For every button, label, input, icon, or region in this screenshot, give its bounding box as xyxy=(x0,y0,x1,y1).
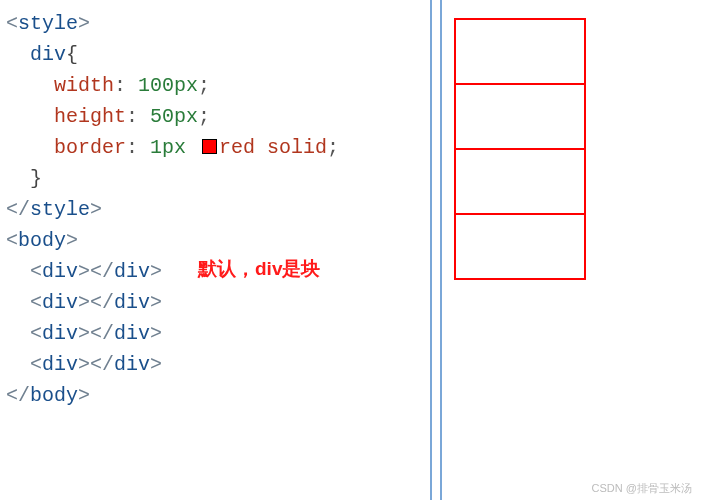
code-line-7: </style> xyxy=(6,194,424,225)
code-line-5: border: 1px red solid; xyxy=(6,132,424,163)
code-line-8: <body> xyxy=(6,225,424,256)
code-line-1: <style> xyxy=(6,8,424,39)
code-line-11: <div></div> xyxy=(6,318,424,349)
code-line-10: <div></div> xyxy=(6,287,424,318)
watermark: CSDN @排骨玉米汤 xyxy=(592,481,692,496)
code-line-6: } xyxy=(6,163,424,194)
code-panel: <style> div{ width: 100px; height: 50px;… xyxy=(0,0,430,500)
render-box xyxy=(454,18,586,85)
render-box xyxy=(454,148,586,215)
render-box xyxy=(454,213,586,280)
render-stack xyxy=(454,18,702,280)
code-line-3: width: 100px; xyxy=(6,70,424,101)
code-line-13: </body> xyxy=(6,380,424,411)
code-line-2: div{ xyxy=(6,39,424,70)
annotation-text: 默认，div是块 xyxy=(198,256,320,282)
code-line-12: <div></div> xyxy=(6,349,424,380)
render-box xyxy=(454,83,586,150)
figure-container: <style> div{ width: 100px; height: 50px;… xyxy=(0,0,702,500)
code-line-4: height: 50px; xyxy=(6,101,424,132)
color-swatch-icon xyxy=(202,139,217,154)
render-panel xyxy=(430,0,702,500)
